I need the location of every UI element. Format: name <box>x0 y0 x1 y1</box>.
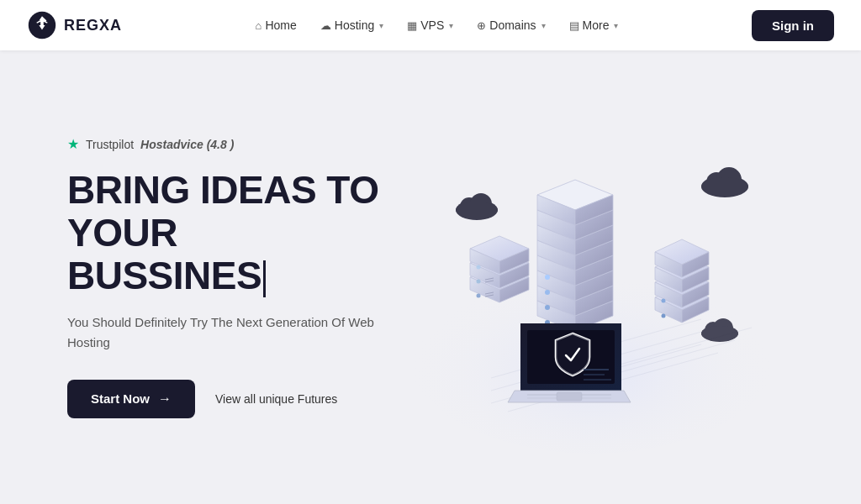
hero-illustration <box>390 50 794 504</box>
svg-point-35 <box>545 290 550 295</box>
nav-home[interactable]: ⌂ Home <box>246 12 307 39</box>
cloud-nav-icon: ☁ <box>320 19 331 32</box>
hero-section: ★ Trustpilot Hostadvice (4.8 ) BRING IDE… <box>0 50 861 504</box>
start-now-button[interactable]: Start Now → <box>67 380 195 418</box>
navbar: REGXA ⌂ Home ☁ Hosting ▾ ▦ VPS ▾ ⊕ Domai… <box>0 0 861 50</box>
home-icon: ⌂ <box>256 19 262 32</box>
nav-home-label: Home <box>265 18 296 32</box>
trust-badges: ★ Trustpilot Hostadvice (4.8 ) <box>67 136 390 152</box>
nav-hosting-label: Hosting <box>335 18 374 32</box>
trustpilot-label: Trustpilot <box>86 138 134 151</box>
hostadvice-label: Hostadvice (4.8 ) <box>140 138 234 151</box>
svg-point-39 <box>545 275 550 280</box>
start-now-label: Start Now <box>91 391 150 406</box>
svg-point-78 <box>456 202 498 218</box>
hero-content: ★ Trustpilot Hostadvice (4.8 ) BRING IDE… <box>67 136 390 417</box>
nav-more-label: More <box>583 18 610 32</box>
more-chevron-icon: ▾ <box>614 21 618 30</box>
nav-links: ⌂ Home ☁ Hosting ▾ ▦ VPS ▾ ⊕ Domains ▾ ▤… <box>246 12 629 39</box>
svg-rect-74 <box>557 392 582 401</box>
isometric-svg <box>390 101 794 454</box>
hero-title: BRING IDEAS TO YOUR BUSSINES <box>67 169 390 297</box>
nav-domains[interactable]: ⊕ Domains ▾ <box>467 12 555 39</box>
vps-icon: ▦ <box>407 19 417 32</box>
view-futures-link[interactable]: View all unique Futures <box>215 392 337 406</box>
arrow-icon: → <box>158 391 172 407</box>
svg-point-59 <box>662 299 666 303</box>
domains-chevron-icon: ▾ <box>541 21 546 30</box>
iso-scene <box>390 101 794 454</box>
logo-text: REGXA <box>64 17 122 34</box>
globe-icon: ⊕ <box>477 19 486 32</box>
svg-point-31 <box>545 305 550 310</box>
svg-point-23 <box>477 265 481 270</box>
hero-actions: Start Now → View all unique Futures <box>67 380 390 418</box>
nav-more[interactable]: ▤ More ▾ <box>559 12 629 39</box>
hosting-chevron-icon: ▾ <box>379 21 383 30</box>
hero-title-line2: BUSSINES <box>67 255 390 297</box>
hero-subtitle: You Should Definitely Try The Next Gener… <box>67 312 387 353</box>
signin-button[interactable]: Sign in <box>752 10 834 41</box>
more-icon: ▤ <box>569 19 579 32</box>
nav-hosting[interactable]: ☁ Hosting ▾ <box>310 12 394 39</box>
star-icon: ★ <box>67 136 79 152</box>
svg-point-55 <box>662 314 666 318</box>
logo[interactable]: REGXA <box>27 10 122 40</box>
svg-point-11 <box>477 294 481 298</box>
vps-chevron-icon: ▾ <box>449 21 453 30</box>
nav-domains-label: Domains <box>489 18 536 32</box>
svg-point-17 <box>477 280 481 284</box>
svg-point-86 <box>701 326 738 341</box>
cursor-blink <box>263 260 266 297</box>
nav-vps[interactable]: ▦ VPS ▾ <box>397 12 463 39</box>
hero-title-line1: BRING IDEAS TO YOUR <box>67 169 390 254</box>
svg-point-82 <box>701 177 748 196</box>
nav-vps-label: VPS <box>420 18 444 32</box>
